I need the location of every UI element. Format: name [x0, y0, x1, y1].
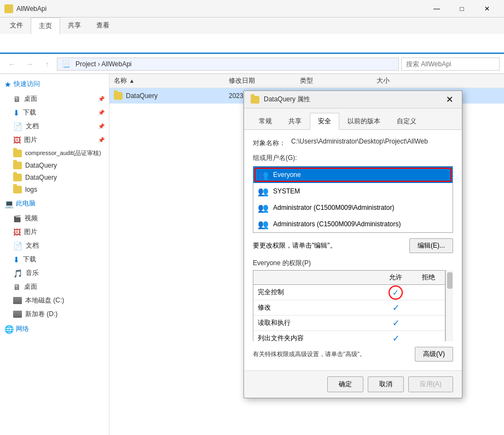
perm-header: 允许 拒绝	[253, 271, 445, 285]
edit-button[interactable]: 编辑(E)...	[409, 238, 453, 253]
user-system-label: SYSTEM	[273, 187, 300, 195]
perm-readexec-name: 读取和执行	[253, 316, 379, 330]
perm-col-deny-header: 拒绝	[412, 271, 445, 284]
perm-col-name-header	[253, 271, 379, 284]
advanced-row: 有关特殊权限或高级设置，请单击"高级"。 高级(V)	[253, 346, 453, 363]
scroll-thumb	[447, 272, 453, 289]
permissions-table: 允许 拒绝 完全控制 ✓ 修改 ✓	[253, 270, 445, 341]
group-user-label: 组或用户名(G):	[253, 153, 453, 163]
dialog-tab-general[interactable]: 常规	[251, 113, 280, 129]
perm-col-allow-header: 允许	[379, 271, 412, 284]
dialog-tab-custom[interactable]: 自定义	[389, 113, 425, 129]
dialog-content: 对象名称： C:\Users\Administrator\Desktop\Pro…	[244, 130, 462, 370]
everyone-avatar: 👥	[258, 169, 269, 180]
administrators-avatar: 👥	[258, 219, 269, 230]
advanced-button[interactable]: 高级(V)	[415, 347, 453, 362]
perm-row-modify: 修改 ✓	[253, 300, 445, 316]
user-item-everyone[interactable]: 👥 Everyone	[253, 167, 453, 183]
administrator-avatar: 👥	[258, 202, 269, 213]
system-avatar: 👥	[258, 186, 269, 197]
dialog-tab-sharing[interactable]: 共享	[280, 113, 310, 129]
dialog-title-bar: DataQuery 属性 ✕	[244, 91, 462, 108]
object-label: 对象名称：	[253, 138, 291, 148]
dialog-folder-icon	[251, 96, 259, 104]
advanced-note: 有关特殊权限或高级设置，请单击"高级"。	[253, 350, 366, 358]
object-name-row: 对象名称： C:\Users\Administrator\Desktop\Pro…	[253, 138, 453, 148]
user-list: 👥 Everyone 👥 SYSTEM 👥 Administrator (C15…	[253, 166, 453, 233]
user-everyone-label: Everyone	[273, 171, 301, 179]
fullcontrol-circled-check: ✓	[389, 285, 403, 300]
perm-row-readexec: 读取和执行 ✓	[253, 316, 445, 331]
dialog-tab-security[interactable]: 安全	[310, 113, 339, 130]
dialog-close-button[interactable]: ✕	[437, 91, 462, 108]
user-item-administrator[interactable]: 👥 Administrator (C1500M009\Administrator…	[253, 199, 453, 216]
perm-modify-allow: ✓	[379, 302, 412, 313]
perm-listfolder-allow: ✓	[379, 333, 412, 341]
user-administrator-label: Administrator (C1500M009\Administrator)	[273, 204, 394, 211]
perm-row-listfolder: 列出文件夹内容 ✓	[253, 331, 445, 341]
perm-modify-name: 修改	[253, 300, 379, 315]
dialog-tabs: 常规 共享 安全 以前的版本 自定义	[244, 108, 462, 130]
change-perm-note: 要更改权限，请单击"编辑"。	[253, 241, 337, 250]
perm-scroll-area[interactable]: 允许 拒绝 完全控制 ✓ 修改 ✓	[253, 270, 453, 341]
user-administrators-label: Administrators (C1500M009\Administrators…	[273, 220, 401, 228]
user-item-system[interactable]: 👥 SYSTEM	[253, 183, 453, 199]
perm-readexec-allow: ✓	[379, 318, 412, 328]
change-permission-row: 要更改权限，请单击"编辑"。 编辑(E)...	[253, 238, 453, 253]
perm-scrollbar[interactable]	[445, 270, 453, 341]
dialog-tab-previous[interactable]: 以前的版本	[339, 113, 389, 129]
perm-section-label: Everyone 的权限(P)	[253, 259, 453, 268]
dialog-title-text: DataQuery 属性	[264, 95, 432, 104]
cancel-button[interactable]: 取消	[368, 376, 404, 392]
perm-row-fullcontrol: 完全控制 ✓	[253, 285, 445, 300]
user-item-administrators[interactable]: 👥 Administrators (C1500M009\Administrato…	[253, 216, 453, 232]
perm-listfolder-name: 列出文件夹内容	[253, 331, 379, 341]
dialog-overlay: DataQuery 属性 ✕ 常规 共享 安全 以前的版本 自定义 对象名称： …	[0, 0, 504, 435]
dialog-footer: 确定 取消 应用(A)	[244, 370, 462, 398]
object-value: C:\Users\Administrator\Desktop\Project\A…	[291, 138, 453, 145]
ok-button[interactable]: 确定	[327, 376, 363, 392]
perm-fullcontrol-name: 完全控制	[253, 285, 379, 300]
perm-fullcontrol-allow: ✓	[379, 285, 412, 300]
apply-button[interactable]: 应用(A)	[408, 376, 453, 392]
properties-dialog: DataQuery 属性 ✕ 常规 共享 安全 以前的版本 自定义 对象名称： …	[244, 90, 462, 398]
